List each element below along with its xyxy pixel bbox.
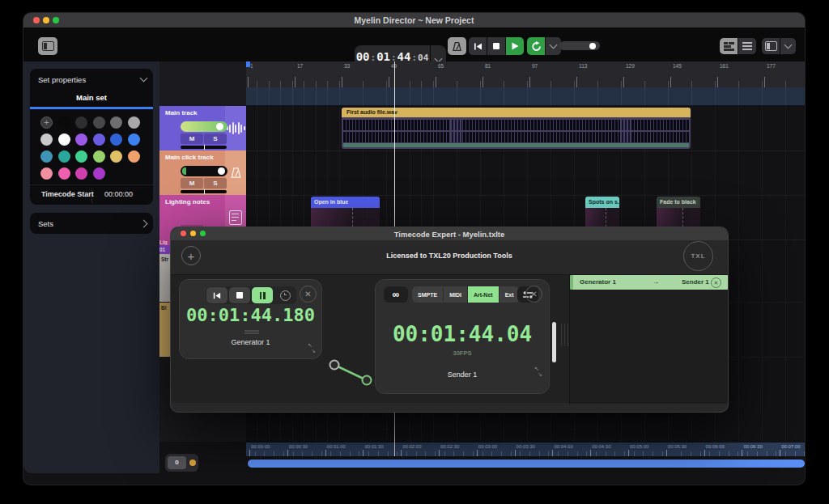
track-header-partial-lighting[interactable]: Lig: [159, 239, 171, 245]
play-button[interactable]: [506, 37, 524, 55]
color-swatch[interactable]: [75, 133, 87, 146]
timeline-view-button[interactable]: [720, 38, 738, 54]
inspector-options-button[interactable]: [780, 38, 796, 54]
ruler-number: 177: [767, 63, 776, 69]
add-color-button[interactable]: +: [40, 116, 53, 129]
pan-slider[interactable]: [181, 146, 227, 149]
track-header-click-track[interactable]: Main click track M S: [159, 150, 246, 195]
track-header-partial-blocks[interactable]: Bl: [159, 303, 171, 357]
sender-tab-ext[interactable]: Ext: [500, 286, 520, 303]
connection-row[interactable]: Generator 1 → Sender 1 ✕: [570, 275, 729, 290]
close-generator-button[interactable]: ✕: [300, 286, 317, 303]
color-swatch[interactable]: [40, 167, 53, 180]
sets-card[interactable]: Sets: [30, 213, 153, 234]
color-swatch[interactable]: [110, 133, 122, 146]
color-swatch[interactable]: [93, 167, 105, 180]
sender-tab-art-net[interactable]: Art-Net: [468, 286, 499, 303]
output-node[interactable]: [330, 361, 339, 370]
track-header-partial-strings[interactable]: Str: [159, 254, 171, 302]
resize-handle[interactable]: ↖ ↘: [308, 342, 316, 354]
sender-tabs: SMPTEMIDIArt-NetExt: [412, 286, 520, 303]
stop-button[interactable]: [229, 287, 250, 303]
audio-clip-label: First audio file.wav: [346, 109, 397, 115]
slider-thumb[interactable]: [216, 123, 223, 130]
color-swatch[interactable]: [75, 116, 87, 129]
zoom-control[interactable]: 0: [165, 454, 198, 472]
set-properties-header[interactable]: Set properties: [38, 75, 86, 84]
zoom-indicator-dot[interactable]: [189, 460, 196, 466]
loop-button[interactable]: [527, 37, 545, 55]
input-node[interactable]: [363, 376, 372, 385]
window-title: Myelin Director ~ New Project: [23, 15, 805, 25]
color-swatch[interactable]: [40, 133, 53, 146]
overview-major-tick: [742, 450, 742, 456]
sender-card[interactable]: ∞ SMPTEMIDIArt-NetExt ✕ 00:01:44.04 30FP…: [375, 279, 550, 394]
timecode-start-value[interactable]: 00:00:00: [104, 190, 133, 198]
horizontal-scrollbar[interactable]: [248, 460, 805, 468]
resize-handle[interactable]: ↖ ↘: [534, 366, 542, 377]
inspector-toggle-button[interactable]: [762, 38, 780, 54]
sidebar-toggle-button[interactable]: [38, 37, 57, 55]
track-header-partial-chip[interactable]: 01: [159, 245, 171, 254]
overview-band[interactable]: 00:00:0000:00:3000:01:0000:01:3000:02:00…: [246, 442, 806, 456]
volume-slider[interactable]: [181, 166, 227, 176]
pan-slider[interactable]: [181, 190, 227, 193]
color-swatch[interactable]: [58, 167, 70, 180]
zoom-value[interactable]: 0: [168, 456, 186, 469]
slider-thumb[interactable]: [589, 43, 596, 49]
color-swatch[interactable]: [110, 150, 122, 163]
set-properties-card: Set properties Main set + Timecode Start…: [30, 69, 153, 205]
mute-button[interactable]: M: [181, 178, 203, 188]
color-swatch[interactable]: [40, 150, 53, 163]
audio-waveform-icon: [227, 122, 245, 134]
slider-thumb[interactable]: [218, 167, 225, 175]
track-icon-column: [225, 150, 246, 195]
ruler-major-tick: [764, 77, 765, 87]
lighting-clip-header: Open in blue: [311, 197, 380, 208]
mute-button[interactable]: M: [181, 133, 203, 144]
overview-major-tick: [780, 450, 780, 456]
color-swatch[interactable]: [58, 150, 70, 163]
color-swatch[interactable]: [93, 116, 105, 129]
tempo-slider[interactable]: [559, 41, 600, 50]
solo-button[interactable]: S: [204, 178, 227, 188]
metronome-button[interactable]: [448, 37, 466, 55]
color-swatch[interactable]: [128, 150, 140, 163]
volume-slider[interactable]: [181, 121, 227, 132]
close-sender-button[interactable]: ✕: [525, 286, 542, 303]
overview-timecode-label: 00:05:30: [668, 444, 687, 449]
ruler-major-tick: [623, 77, 624, 87]
metronome-icon: [230, 167, 242, 179]
level-fill: [182, 167, 186, 175]
color-swatch[interactable]: [93, 150, 105, 163]
sender-tab-midi[interactable]: MIDI: [444, 286, 467, 303]
chevron-down-icon[interactable]: [140, 74, 148, 83]
ruler[interactable]: 1173349658197113129145161177: [246, 61, 806, 87]
list-view-button[interactable]: [738, 38, 756, 54]
link-button[interactable]: ∞: [384, 286, 408, 303]
sets-band[interactable]: [246, 87, 806, 106]
overview-timecode-label: 00:00:30: [289, 444, 308, 449]
color-swatch[interactable]: [58, 116, 70, 129]
color-swatch[interactable]: [110, 116, 122, 129]
track-header-main-track[interactable]: Main track M S: [159, 106, 246, 150]
color-swatch[interactable]: [93, 133, 105, 146]
sender-tab-smpte[interactable]: SMPTE: [412, 286, 443, 303]
generator-card[interactable]: ✕ 00:01:44.180 Generator 1 ↖ ↘: [179, 279, 322, 359]
skip-start-button[interactable]: [469, 37, 487, 55]
color-swatch[interactable]: [58, 133, 70, 146]
schedule-button[interactable]: [274, 287, 295, 303]
solo-button[interactable]: S: [204, 133, 227, 144]
color-swatch[interactable]: [128, 116, 140, 129]
pause-button[interactable]: [252, 287, 273, 303]
remove-connection-button[interactable]: ✕: [711, 277, 721, 288]
color-swatch[interactable]: [128, 133, 140, 146]
stop-button[interactable]: [487, 37, 505, 55]
lane-divider: [246, 150, 806, 151]
vertical-scrollbar[interactable]: [552, 322, 556, 362]
color-swatch[interactable]: [75, 150, 87, 163]
skip-start-button[interactable]: [206, 287, 227, 303]
panel-divider[interactable]: [561, 324, 562, 346]
drag-handle[interactable]: [244, 330, 259, 332]
color-swatch[interactable]: [75, 167, 87, 180]
